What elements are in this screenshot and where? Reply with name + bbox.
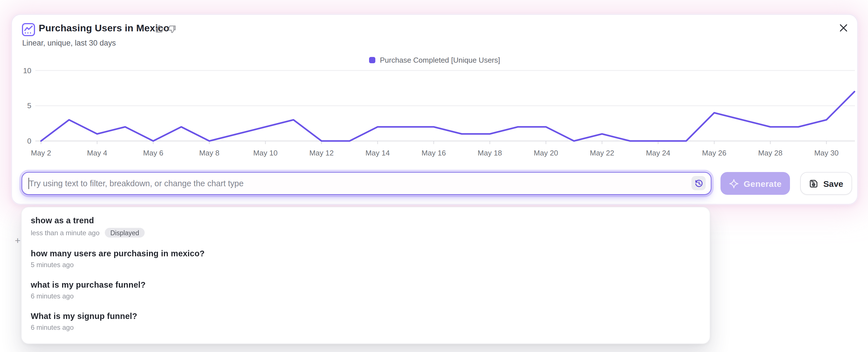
prompt-input-container [22, 172, 711, 195]
history-item-meta: less than a minute agoDisplayed [31, 228, 701, 237]
page: + Purchasing Users in Mexico [0, 0, 868, 352]
history-item[interactable]: what is my purchase funnel?6 minutes ago [22, 276, 710, 307]
svg-text:May 14: May 14 [365, 149, 390, 157]
svg-text:May 20: May 20 [534, 149, 558, 157]
sparkle-icon [729, 179, 738, 188]
svg-text:May 18: May 18 [477, 149, 502, 157]
displayed-badge: Displayed [105, 228, 145, 237]
history-button[interactable] [691, 176, 706, 190]
history-item-meta: 6 minutes ago [31, 323, 701, 331]
prompt-input[interactable] [22, 172, 711, 194]
svg-text:May 10: May 10 [253, 149, 277, 157]
generate-button[interactable]: Generate [720, 172, 790, 195]
history-item[interactable]: how many users are purchasing in mexico?… [22, 244, 710, 276]
chart-subtitle: Linear, unique, last 30 days [22, 39, 116, 47]
svg-text:May 6: May 6 [143, 149, 163, 157]
svg-text:May 30: May 30 [814, 149, 838, 157]
generate-button-label: Generate [744, 179, 781, 188]
history-item-meta: 5 minutes ago [31, 261, 701, 269]
history-item-timestamp: 6 minutes ago [31, 292, 74, 300]
history-item-meta: 6 minutes ago [31, 292, 701, 300]
history-item[interactable]: What is my signup funnel?6 minutes ago [22, 307, 710, 338]
chart-legend: Purchase Completed [Unique Users] [12, 56, 857, 64]
svg-text:May 8: May 8 [199, 149, 220, 157]
chart-card: Purchasing Users in Mexico Linear, uniqu… [11, 14, 858, 204]
history-item-timestamp: 5 minutes ago [31, 261, 74, 269]
svg-text:0: 0 [27, 137, 31, 145]
history-item-title: What is my signup funnel? [31, 312, 701, 321]
history-item-timestamp: 6 minutes ago [31, 323, 74, 331]
save-button-label: Save [823, 179, 843, 188]
history-item-title: how many users are purchasing in mexico? [31, 249, 701, 258]
close-button[interactable] [838, 22, 849, 34]
svg-text:May 4: May 4 [87, 149, 107, 157]
svg-text:10: 10 [23, 66, 31, 75]
svg-text:May 22: May 22 [590, 149, 614, 157]
svg-text:May 26: May 26 [702, 149, 726, 157]
line-chart-icon [22, 23, 35, 36]
svg-text:May 24: May 24 [646, 149, 670, 157]
thumbs-up-button[interactable] [155, 25, 164, 34]
svg-text:5: 5 [27, 101, 31, 110]
svg-text:May 16: May 16 [422, 149, 446, 157]
legend-label: Purchase Completed [Unique Users] [380, 56, 500, 64]
svg-text:May 2: May 2 [31, 149, 51, 157]
history-dropdown: show as a trendless than a minute agoDis… [21, 207, 710, 344]
thumbs-down-button[interactable] [167, 25, 177, 34]
save-button[interactable]: Save [800, 172, 852, 195]
save-icon [809, 179, 819, 188]
page-title: Purchasing Users in Mexico [39, 23, 169, 34]
history-icon [694, 179, 703, 188]
history-item-title: show as a trend [31, 216, 701, 225]
history-item-title: what is my purchase funnel? [31, 280, 701, 289]
svg-text:May 12: May 12 [309, 149, 334, 157]
history-item-timestamp: less than a minute ago [31, 229, 100, 237]
history-item[interactable]: show as a trendless than a minute agoDis… [22, 211, 710, 244]
canvas-add-button[interactable]: + [15, 235, 21, 247]
legend-swatch [369, 57, 375, 63]
svg-text:May 28: May 28 [758, 149, 782, 157]
text-caret [29, 178, 29, 189]
line-chart-plot: 0510May 2May 4May 6May 8May 10May 12May … [18, 64, 863, 166]
